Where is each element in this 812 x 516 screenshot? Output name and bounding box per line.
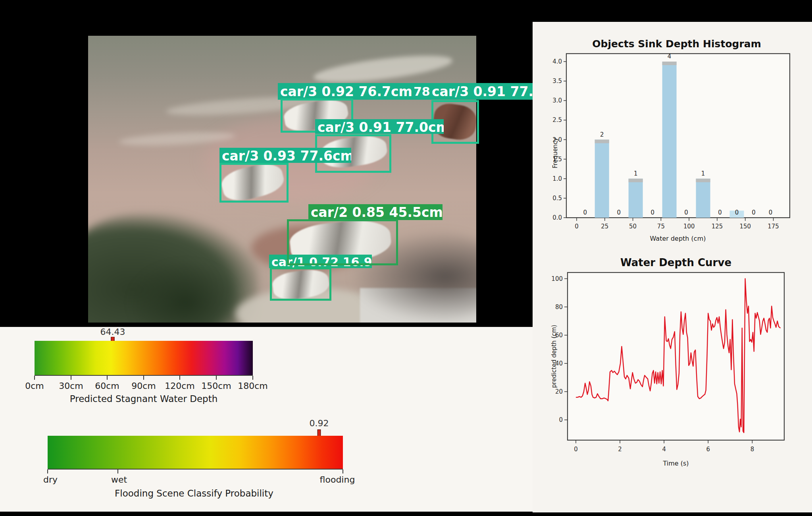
svg-text:175: 175 — [768, 223, 779, 230]
tick-mark — [179, 376, 180, 380]
depth-marker-value: 64.43 — [100, 327, 125, 337]
prob-marker-value: 0.92 — [310, 418, 329, 428]
svg-text:0: 0 — [718, 209, 722, 216]
tick-mark — [107, 376, 108, 380]
water-depth-curve: 02040608010002468Water Depth CurveTime (… — [550, 250, 794, 477]
svg-text:Water Depth Curve: Water Depth Curve — [620, 257, 731, 269]
svg-text:0: 0 — [575, 223, 579, 230]
svg-text:0: 0 — [574, 446, 578, 453]
svg-text:0: 0 — [769, 209, 773, 216]
svg-text:6: 6 — [706, 446, 710, 453]
tick-mark — [47, 470, 48, 473]
svg-text:1: 1 — [634, 170, 638, 177]
tick-mark — [343, 470, 343, 473]
prob-colorbar — [48, 436, 343, 470]
svg-text:Objects Sink Depth Histogram: Objects Sink Depth Histogram — [592, 38, 761, 50]
depth-tick-label: 180cm — [238, 381, 268, 391]
tick-mark — [117, 470, 118, 473]
svg-text:2: 2 — [618, 446, 622, 453]
prob-colorbar-title: Flooding Scene Classify Probability — [115, 488, 273, 499]
foam-streak-1 — [312, 50, 454, 87]
depth-colorbar-title: Predicted Stagnant Water Depth — [70, 394, 218, 404]
svg-text:1: 1 — [701, 170, 705, 177]
svg-text:75: 75 — [657, 223, 665, 230]
svg-text:25: 25 — [601, 223, 608, 230]
svg-text:predicted depth (cm): predicted depth (cm) — [550, 325, 558, 388]
svg-text:50: 50 — [629, 223, 637, 230]
svg-text:Water depth (cm): Water depth (cm) — [650, 235, 706, 242]
tick-mark — [71, 376, 71, 380]
flood-video-frame — [88, 36, 476, 323]
depth-colorbar — [35, 341, 253, 376]
depth-tick-label: 150cm — [201, 381, 231, 391]
prob-tick-label: dry — [43, 475, 58, 485]
car-blob-dark — [431, 102, 476, 142]
sink-depth-histogram: 0.00.51.01.52.02.53.03.54.00255075100125… — [552, 34, 794, 250]
svg-text:3.5: 3.5 — [552, 77, 562, 85]
svg-text:80: 80 — [555, 303, 563, 311]
tick-mark — [143, 376, 144, 380]
prob-tick-label: flooding — [320, 475, 355, 485]
prob-tick-label: wet — [111, 475, 127, 485]
svg-text:0: 0 — [617, 209, 621, 216]
svg-text:100: 100 — [551, 275, 563, 282]
svg-text:2: 2 — [600, 131, 604, 138]
svg-text:1.0: 1.0 — [552, 175, 562, 182]
tick-mark — [252, 376, 253, 380]
svg-text:4.0: 4.0 — [552, 58, 562, 65]
svg-text:0: 0 — [559, 416, 563, 423]
depth-tick-label: 60cm — [95, 381, 119, 391]
svg-text:0: 0 — [583, 209, 587, 216]
charts-panel: 0.00.51.01.52.02.53.03.54.00255075100125… — [533, 22, 812, 512]
svg-text:Time (s): Time (s) — [662, 460, 689, 467]
depth-tick-label: 120cm — [165, 381, 195, 391]
svg-text:0.0: 0.0 — [552, 214, 562, 221]
tick-mark — [216, 376, 217, 380]
tick-mark — [34, 376, 35, 380]
depth-tick-label: 0cm — [25, 381, 44, 391]
svg-text:8: 8 — [750, 446, 754, 453]
svg-text:0: 0 — [735, 209, 739, 216]
svg-text:20: 20 — [555, 388, 563, 395]
colorbar-panel: 64.43 0cm 30cm 60cm 90cm 120cm 150cm 180… — [0, 327, 533, 512]
depth-tick-label: 90cm — [131, 381, 156, 391]
svg-text:4: 4 — [662, 446, 666, 453]
depth-tick-label: 30cm — [59, 381, 83, 391]
svg-text:150: 150 — [739, 223, 751, 230]
svg-text:2.5: 2.5 — [552, 116, 562, 124]
svg-text:100: 100 — [683, 223, 695, 230]
svg-text:0: 0 — [650, 209, 654, 216]
svg-text:3.0: 3.0 — [552, 97, 562, 104]
flood-analytics-screen: car/3 0.92 76.7cm 78 car/3 0.91 77. car/… — [0, 0, 812, 516]
svg-text:Frequency: Frequency — [552, 137, 559, 168]
svg-text:0.5: 0.5 — [552, 195, 562, 202]
svg-text:0: 0 — [752, 209, 756, 216]
svg-text:125: 125 — [712, 223, 723, 230]
svg-text:4: 4 — [668, 53, 672, 60]
svg-text:0: 0 — [684, 209, 688, 216]
